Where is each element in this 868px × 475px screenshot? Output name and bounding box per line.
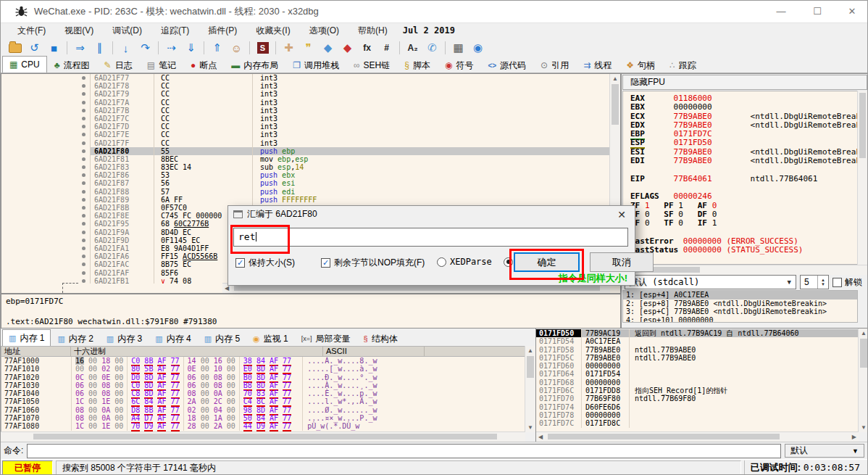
tab-内存布局[interactable]: ▬内存布局 [224,57,285,73]
stack-row[interactable]: 0171FD6000000000 [536,362,859,370]
maximize-button[interactable]: ☐ [802,1,832,22]
xedparse-radio[interactable]: XEDParse [437,257,492,267]
stack-row[interactable]: 0171FD7C0171FD8C [536,419,859,427]
restart-icon[interactable]: ↺ [25,40,44,56]
fill-nop-checkbox[interactable]: ✓ 剩余字节以NOP填充(F) [321,257,425,269]
minimize-button[interactable]: — [766,1,796,22]
menu-item[interactable]: 选项(O) [300,25,349,37]
memory-hscrollbar[interactable] [1,431,525,442]
disasm-row[interactable]: 6AD21F8653push ebx [1,171,610,179]
column-header-address[interactable]: 地址 [1,347,71,356]
breakpoint-dot-icon[interactable] [78,196,90,204]
register-line[interactable]: LastStatus 00000000 (STATUS_SUCCESS) [630,246,857,255]
disasm-row[interactable]: 6AD21F818BECmov ebp,esp [1,155,610,163]
register-line[interactable]: CF 0 TF 0 IF 1 [630,219,857,228]
breakpoint-dot-icon[interactable] [78,99,90,107]
dialog-titlebar[interactable]: 汇编于 6AD21F80 ✕ [228,206,635,223]
disasm-row[interactable]: 6AD21F896A FFpush FFFFFFFF [1,196,610,204]
notify-icon[interactable]: ✆ [422,40,442,56]
disasm-row-body[interactable]: 6AD21F7DCCint3 [90,123,610,131]
pause-icon[interactable]: ∥ [90,40,109,56]
tab-笔记[interactable]: ▤笔记 [140,57,183,73]
tab-内存-3[interactable]: ▥内存 3 [100,331,149,346]
patches-icon[interactable]: ✚ [279,40,299,56]
memory-row[interactable]: 77AF101000 00 02 0080 5B AF 770E 00 10 0… [1,365,525,373]
keep-size-checkbox[interactable]: ✓ 保持大小(S) [235,257,295,269]
disasm-row[interactable]: 6AD21F7CCCint3 [1,115,610,123]
menu-item[interactable]: 视图(V) [55,25,103,37]
functions-icon[interactable]: fx [357,40,377,56]
breakpoint-dot-icon[interactable] [78,123,90,131]
call-arg-row[interactable]: 4: [esp+10] 00000000 [623,316,857,323]
disasm-row[interactable]: 6AD21F79CCint3 [1,90,610,98]
breakpoint-dot-icon[interactable] [78,139,90,147]
disasm-row-body[interactable]: 6AD21F8383EC 14sub esp,14 [90,163,610,171]
disasm-row-body[interactable]: 6AD21F7ACCint3 [90,99,610,107]
breakpoint-dot-icon[interactable] [78,260,90,268]
memory-row[interactable]: 77AF104006 00 08 00C8 8D AF 7708 00 0A 0… [1,389,525,397]
tab-cpu[interactable]: ▦CPU [2,56,47,73]
disasm-row-body[interactable]: 6AD21F8857push edi [90,188,610,196]
memory-vscrollbar[interactable]: ▲ ▼ [525,346,535,432]
disasm-row-body[interactable]: 6AD21F8055push ebp [90,147,610,155]
assembly-input[interactable]: ret [233,228,628,247]
disasm-row[interactable]: 6AD21F7BCCint3 [1,107,610,115]
register-list[interactable]: EAX 01186000EBX 00000000ECX 77B9ABE0 <nt… [622,91,858,265]
breakpoint-dot-icon[interactable] [78,131,90,139]
menu-item[interactable]: 文件(F) [8,25,55,37]
tab-局部变量[interactable]: [x=]局部变量 [295,331,357,346]
disasm-row[interactable]: 6AD21F78CCint3 [1,82,610,90]
tab-结构体[interactable]: §结构体 [357,331,404,346]
breakpoint-dot-icon[interactable] [78,163,90,171]
tab-源代码[interactable]: <>源代码 [480,57,533,73]
memory-row[interactable]: 77AF10200C 00 0E 00D0 8D AF 7706 00 08 0… [1,373,525,381]
arg-count-stepper[interactable]: 5 ▲▼ [800,275,829,289]
tab-监视-1[interactable]: ◉监视 1 [246,331,295,346]
hide-fpu-button[interactable]: 隐藏FPU [622,75,867,90]
stack-row[interactable]: 0171FD5877B9ABE0ntdll.77B9ABE0 [536,346,859,354]
disasm-row-body[interactable]: 6AD21F7FCCint3 [90,139,610,147]
tab-句柄[interactable]: ❖句柄 [619,57,662,73]
stepper-arrows-icon[interactable]: ▲▼ [817,276,828,289]
command-input[interactable] [27,444,781,458]
breakpoint-dot-icon[interactable] [78,115,90,123]
tab-线程[interactable]: ⇉线程 [576,57,619,73]
tab-引用[interactable]: ⊙引用 [533,57,576,73]
stack-row[interactable]: 0171FD54A0C17EEA [536,337,859,345]
tab-流程图[interactable]: ♣流程图 [47,57,97,73]
disasm-row-body[interactable]: 6AD21F78CCint3 [90,82,610,90]
breakpoint-dot-icon[interactable] [78,220,90,228]
stack-row[interactable]: 0171FD6C0171FDD8指向SEH_Record[1]的指针 [536,387,859,395]
call-arg-row[interactable]: 1: [esp+4] A0C17EEA [623,291,857,300]
stack-row[interactable]: 0171FD74D60FE6D6 [536,403,859,411]
hash-icon[interactable]: # [377,40,396,56]
breakpoint-dot-icon[interactable] [78,188,90,196]
stack-row[interactable]: 0171FD640171FD54 [536,370,859,378]
tab-seh链[interactable]: ∞SEH链 [346,57,397,73]
stack-row[interactable]: 0171FD5077B9AC19返回到 ntdll.77B9AC19 自 ntd… [536,329,859,337]
breakpoint-dot-icon[interactable] [78,90,90,98]
disasm-row-body[interactable]: 6AD21F79CCint3 [90,90,610,98]
breakpoint-dot-icon[interactable] [78,74,90,82]
tab-调用堆栈[interactable]: ❐调用堆栈 [285,57,346,73]
run-icon[interactable]: ⇒ [70,40,90,56]
call-args-list[interactable]: 1: [esp+4] A0C17EEA2: [esp+8] 77B9ABE0 <… [622,290,858,323]
menu-item[interactable]: 调试(D) [103,25,151,37]
breakpoint-dot-icon[interactable] [78,107,90,115]
step-out-icon[interactable]: ⇓ [181,40,201,56]
command-profile-select[interactable]: 默认 ▼ [785,444,864,458]
memory-row[interactable]: 77AF10501C 00 1E 006C 84 AF 772A 00 2C 0… [1,397,525,405]
breakpoint-dot-icon[interactable] [78,269,90,277]
strings-icon[interactable]: S [253,40,272,56]
memory-row[interactable]: 77AF10801C 00 1E 0070 D9 AF 7728 00 2A 0… [1,422,525,430]
menu-item[interactable]: 帮助(H) [349,25,397,37]
menu-item[interactable]: 追踪(T) [151,25,199,37]
disasm-row-body[interactable]: 6AD21F896A FFpush FFFFFFFF [90,196,610,204]
call-arg-row[interactable]: 3: [esp+C] 77B9ABE0 <ntdll.DbgUiRemoteBr… [623,307,857,316]
registers-hscrollbar[interactable] [622,265,867,275]
close-button[interactable]: ✕ [837,1,867,22]
unlock-checkbox[interactable]: 解锁 [832,276,865,289]
tab-内存-1[interactable]: ▥内存 1 [2,329,51,346]
attach-icon[interactable]: ☺ [227,40,246,56]
memory-row[interactable]: 77AF103006 00 08 00C0 8D AF 7706 00 08 0… [1,381,525,389]
